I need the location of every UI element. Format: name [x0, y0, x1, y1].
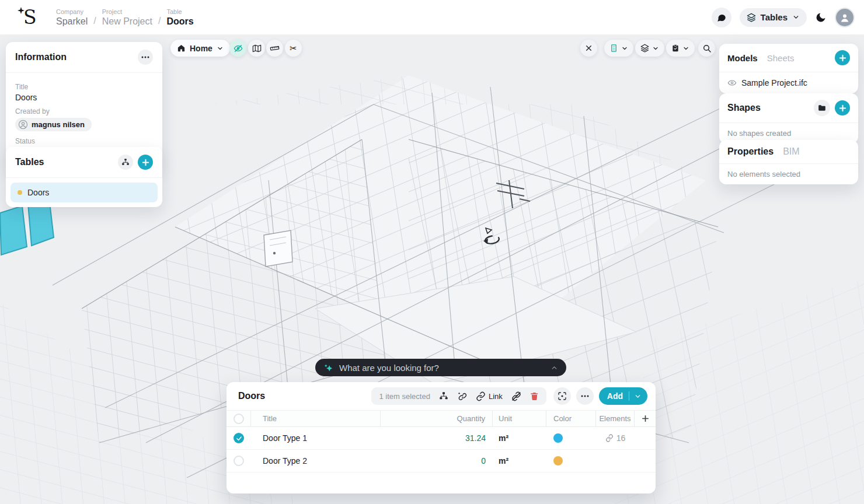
folder-icon [818, 104, 826, 112]
row-color-cell[interactable] [546, 433, 596, 443]
home-view-button[interactable]: Home [170, 40, 230, 57]
unlink-elements-button[interactable] [511, 391, 521, 401]
breadcrumb-table-value[interactable]: Doors [166, 16, 193, 27]
plus-icon [142, 159, 149, 166]
add-column-button[interactable] [635, 411, 656, 426]
chat-button[interactable] [712, 8, 731, 27]
breadcrumb-project-value[interactable]: New Project [102, 16, 152, 27]
column-header-elements[interactable]: Elements [596, 411, 635, 426]
view-switcher-button[interactable]: Tables [740, 8, 807, 27]
row-quantity-cell[interactable]: 0 [381, 456, 493, 466]
map-button[interactable] [248, 40, 265, 57]
eye-icon[interactable] [727, 78, 737, 88]
table-more-button[interactable] [576, 387, 594, 405]
map-icon [252, 44, 262, 53]
add-row-button[interactable]: Add [599, 387, 647, 405]
title-field-label: Title [15, 83, 153, 91]
tab-properties[interactable]: Properties [727, 146, 774, 157]
add-table-button[interactable] [138, 155, 153, 170]
information-menu-button[interactable] [138, 50, 153, 65]
checklist-filter-button[interactable] [666, 40, 695, 57]
ai-search-bar[interactable]: What are you looking for? [315, 359, 566, 376]
search-model-button[interactable] [698, 40, 715, 57]
row-checkbox-checked[interactable] [234, 433, 244, 443]
section-cut-button[interactable]: ✂ [285, 40, 302, 57]
shapes-folder-button[interactable] [814, 100, 830, 116]
row-unit-cell[interactable]: m² [493, 456, 546, 466]
row-color-dot[interactable] [553, 456, 563, 466]
ai-search-placeholder: What are you looking for? [339, 363, 545, 373]
row-elements-cell[interactable]: 16 [596, 433, 635, 443]
table-list-item-doors[interactable]: Doors [11, 183, 158, 202]
breadcrumb-table[interactable]: Table Doors [166, 8, 193, 27]
auto-link-button[interactable] [457, 391, 467, 401]
row-quantity-cell[interactable]: 31.24 [381, 433, 493, 443]
chat-bubble-icon [716, 12, 727, 23]
add-model-button[interactable] [835, 50, 850, 65]
home-view-label: Home [190, 44, 212, 53]
properties-card-header: Properties BIM [719, 140, 858, 163]
add-shape-button[interactable] [835, 100, 850, 116]
house-icon [177, 44, 186, 52]
table-panel-title: Doors [238, 391, 265, 401]
column-header-quantity[interactable]: Quantity [381, 411, 493, 426]
chevron-down-icon [792, 13, 800, 21]
chevron-up-icon[interactable] [551, 364, 558, 372]
tables-card: Tables Doors [6, 147, 162, 207]
column-header-title[interactable]: Title [251, 411, 381, 426]
row-unit-cell[interactable]: m² [493, 433, 546, 443]
row-color-cell[interactable] [546, 456, 596, 466]
table-row[interactable]: Door Type 2 0 m² [227, 450, 656, 473]
breadcrumb-company-value[interactable]: Sparkel [56, 16, 88, 27]
row-color-dot[interactable] [553, 433, 563, 443]
user-menu-button[interactable] [835, 8, 855, 27]
table-panel-header: Doors 1 item selected Link [227, 382, 656, 410]
breadcrumb-company[interactable]: Company Sparkel [56, 8, 88, 27]
model-list-item[interactable]: Sample Project.ifc [719, 72, 858, 93]
select-all-checkbox[interactable] [234, 414, 244, 424]
focus-selection-button[interactable] [553, 387, 571, 405]
tab-models[interactable]: Models [727, 53, 758, 63]
shapes-card-header: Shapes [719, 93, 858, 123]
information-card-header: Information [6, 42, 162, 72]
shapes-title: Shapes [727, 103, 761, 113]
plus-icon [839, 54, 846, 62]
table-row[interactable]: Door Type 1 31.24 m² 16 [227, 427, 656, 450]
column-header-unit[interactable]: Unit [493, 411, 546, 426]
close-viewer-button[interactable] [580, 40, 597, 57]
properties-empty-text: No elements selected [719, 164, 858, 184]
viewport-3d[interactable]: Home ✂ [0, 34, 864, 504]
dark-mode-toggle[interactable] [815, 12, 827, 23]
created-by-label: Created by [15, 107, 153, 116]
link-icon [476, 391, 486, 401]
magic-link-icon [457, 391, 467, 401]
ellipsis-icon [581, 395, 589, 397]
group-selection-button[interactable] [439, 391, 448, 401]
row-checkbox-unchecked[interactable] [234, 456, 244, 466]
tab-bim[interactable]: BIM [783, 146, 799, 157]
tab-sheets[interactable]: Sheets [767, 53, 795, 63]
row-title-cell[interactable]: Door Type 2 [251, 456, 381, 466]
title-field-value[interactable]: Doors [15, 93, 153, 102]
plus-icon [642, 415, 649, 422]
table-color-dot [18, 190, 22, 195]
logo-letter: S [23, 6, 37, 29]
breadcrumb-project[interactable]: Project New Project [102, 8, 152, 27]
ellipsis-icon [141, 56, 149, 58]
hide-elements-button[interactable] [229, 40, 246, 57]
tables-hierarchy-button[interactable] [118, 155, 133, 170]
measure-button[interactable] [266, 40, 283, 57]
add-dropdown-toggle[interactable] [629, 393, 647, 400]
link-elements-button[interactable]: Link [476, 391, 503, 401]
breadcrumb-separator: / [158, 16, 161, 27]
person-icon [18, 120, 28, 130]
delete-selection-button[interactable] [530, 391, 539, 401]
breadcrumb-project-label: Project [102, 8, 152, 15]
layers-filter-button[interactable] [635, 40, 664, 57]
row-title-cell[interactable]: Door Type 1 [251, 433, 381, 443]
sparkel-logo[interactable]: S [16, 5, 42, 30]
status-label: Status [15, 137, 153, 145]
column-header-color[interactable]: Color [546, 411, 596, 426]
created-by-chip[interactable]: magnus nilsen [15, 118, 92, 131]
storeys-filter-button[interactable] [604, 40, 633, 57]
